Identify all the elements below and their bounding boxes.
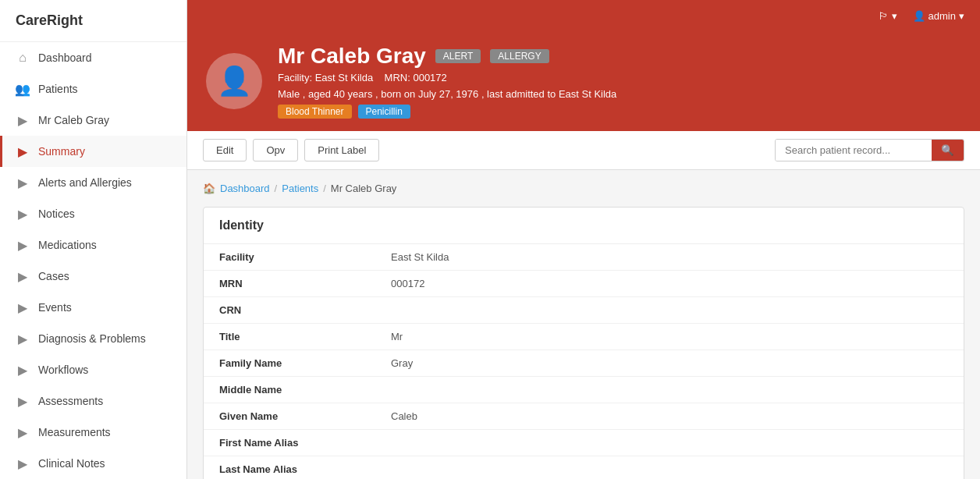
toolbar: Edit Opv Print Label 🔍 (187, 131, 980, 170)
facility-label: Facility: (278, 72, 312, 83)
field-label: Title (204, 324, 375, 350)
sidebar-icon-medications: ▶ (15, 237, 30, 253)
opv-button[interactable]: Opv (253, 139, 298, 161)
sidebar-icon-summary: ▶ (15, 144, 30, 159)
patient-name-row: Mr Caleb Gray ALERT ALLERGY (278, 44, 961, 69)
alert-badge[interactable]: ALERT (435, 49, 481, 63)
sidebar-icon-events: ▶ (15, 300, 30, 315)
field-label: CRN (204, 297, 375, 324)
print-label-button[interactable]: Print Label (304, 139, 379, 161)
sidebar-icon-patients: 👥 (15, 81, 30, 97)
patient-info: Mr Caleb Gray ALERT ALLERGY Facility: Ea… (278, 44, 961, 119)
allergy-badge[interactable]: ALLERGY (490, 49, 549, 63)
identity-table: Facility East St Kilda MRN 000172 CRN Ti… (204, 244, 964, 479)
field-value: Mr (375, 324, 964, 350)
top-nav: 🏳 ▾ 👤 admin ▾ (187, 0, 980, 31)
admin-icon: 👤 (913, 10, 925, 22)
sidebar-label-clinical-notes: Clinical Notes (38, 457, 105, 470)
field-label: Middle Name (204, 377, 375, 403)
sidebar-icon-dashboard: ⌂ (15, 50, 30, 66)
sidebar-item-alerts-allergies[interactable]: ▶ Alerts and Allergies (0, 167, 186, 198)
field-label: Given Name (204, 403, 375, 430)
field-value: 000172 (375, 271, 964, 297)
sidebar-item-medications[interactable]: ▶ Medications (0, 229, 186, 261)
field-label: Last Name Alias (204, 456, 375, 480)
sidebar: CareRight ⌂ Dashboard 👥 Patients ▶ Mr Ca… (0, 0, 187, 479)
breadcrumb: 🏠 Dashboard / Patients / Mr Caleb Gray (203, 183, 964, 194)
field-label: First Name Alias (204, 430, 375, 456)
field-value: Caleb (375, 403, 964, 430)
sidebar-label-notices: Notices (38, 208, 75, 220)
patient-tags: Blood Thinner Penicillin (278, 105, 961, 119)
breadcrumb-patients[interactable]: Patients (282, 183, 318, 194)
flag-icon: 🏳 (879, 10, 889, 22)
sidebar-icon-diagnosis-problems: ▶ (15, 331, 30, 346)
sidebar-icon-measurements: ▶ (15, 424, 30, 440)
patient-facility: East St Kilda (315, 72, 373, 83)
sidebar-item-notices[interactable]: ▶ Notices (0, 198, 186, 229)
table-row: Family Name Gray (204, 350, 964, 377)
search-button[interactable]: 🔍 (932, 140, 964, 161)
sidebar-label-assessments: Assessments (38, 395, 103, 407)
edit-button[interactable]: Edit (203, 139, 247, 161)
field-value (375, 430, 964, 456)
flag-dropdown[interactable]: 🏳 ▾ (879, 10, 897, 22)
sidebar-label-events: Events (38, 301, 72, 314)
sidebar-item-assessments[interactable]: ▶ Assessments (0, 385, 186, 417)
sidebar-item-summary[interactable]: ▶ Summary (0, 136, 186, 167)
sidebar-icon-clinical-notes: ▶ (15, 456, 30, 471)
patient-facility-mrn: Facility: East St Kilda MRN: 000172 (278, 72, 961, 83)
breadcrumb-dashboard[interactable]: Dashboard (220, 183, 270, 194)
sidebar-label-diagnosis-problems: Diagnosis & Problems (38, 332, 146, 345)
field-value (375, 377, 964, 403)
table-row: Given Name Caleb (204, 403, 964, 430)
identity-title: Identity (204, 208, 964, 244)
sidebar-label-cases: Cases (38, 270, 69, 282)
sidebar-item-mr-caleb-gray[interactable]: ▶ Mr Caleb Gray (0, 105, 186, 136)
mrn-label: MRN: (385, 72, 410, 83)
sidebar-item-patients[interactable]: 👥 Patients (0, 73, 186, 105)
avatar: 👤 (206, 53, 262, 109)
sidebar-label-dashboard: Dashboard (38, 51, 92, 64)
breadcrumb-current: Mr Caleb Gray (331, 183, 397, 194)
sidebar-label-measurements: Measurements (38, 426, 111, 438)
sidebar-item-diagnosis-problems[interactable]: ▶ Diagnosis & Problems (0, 323, 186, 354)
tag-penicillin[interactable]: Penicillin (358, 105, 410, 119)
tag-blood-thinner[interactable]: Blood Thinner (278, 105, 352, 119)
sidebar-icon-workflows: ▶ (15, 362, 30, 378)
table-row: MRN 000172 (204, 271, 964, 297)
sidebar-item-dashboard[interactable]: ⌂ Dashboard (0, 42, 186, 73)
sidebar-item-clinical-notes[interactable]: ▶ Clinical Notes (0, 448, 186, 479)
sidebar-label-alerts-allergies: Alerts and Allergies (38, 176, 132, 189)
sidebar-icon-alerts-allergies: ▶ (15, 175, 30, 190)
patient-demographics: Male , aged 40 years , born on July 27, … (278, 88, 961, 100)
home-icon: 🏠 (203, 183, 215, 194)
search-icon: 🔍 (941, 144, 954, 156)
table-row: Title Mr (204, 324, 964, 350)
sidebar-item-cases[interactable]: ▶ Cases (0, 261, 186, 292)
sidebar-item-events[interactable]: ▶ Events (0, 292, 186, 323)
sidebar-item-measurements[interactable]: ▶ Measurements (0, 417, 186, 448)
field-value (375, 456, 964, 480)
sidebar-icon-cases: ▶ (15, 268, 30, 284)
search-box: 🔍 (775, 139, 964, 161)
content-area: 🏠 Dashboard / Patients / Mr Caleb Gray I… (187, 170, 980, 479)
field-value: Gray (375, 350, 964, 377)
identity-card: Identity Facility East St Kilda MRN 0001… (203, 207, 964, 479)
sidebar-icon-mr-caleb-gray: ▶ (15, 112, 30, 128)
admin-label: admin (929, 10, 956, 22)
table-row: Facility East St Kilda (204, 244, 964, 271)
field-label: Family Name (204, 350, 375, 377)
patient-mrn: 000172 (413, 72, 446, 83)
search-input[interactable] (776, 140, 932, 161)
patient-header: 👤 Mr Caleb Gray ALERT ALLERGY Facility: … (187, 31, 980, 131)
patient-name: Mr Caleb Gray (278, 44, 426, 69)
sidebar-item-workflows[interactable]: ▶ Workflows (0, 354, 186, 385)
admin-dropdown[interactable]: 👤 admin ▾ (913, 10, 964, 22)
brand-logo: CareRight (0, 0, 186, 42)
sidebar-icon-notices: ▶ (15, 206, 30, 222)
flag-chevron: ▾ (892, 10, 897, 22)
table-row: Last Name Alias (204, 456, 964, 480)
sidebar-icon-assessments: ▶ (15, 393, 30, 409)
sidebar-label-patients: Patients (38, 83, 78, 95)
